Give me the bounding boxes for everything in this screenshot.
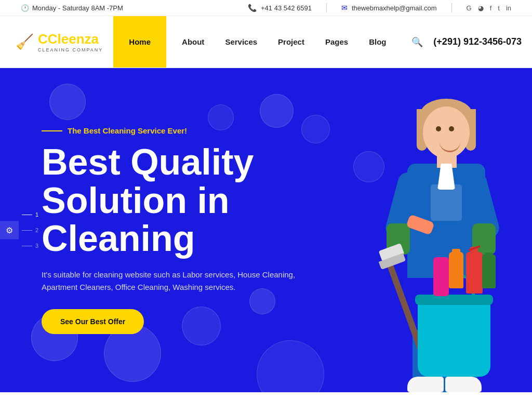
bubble-1 xyxy=(49,84,86,120)
hero-title-line2: Solution in Cleaning xyxy=(42,180,230,259)
gear-sidebar[interactable]: ⚙ xyxy=(0,221,19,240)
nav-services[interactable]: Services xyxy=(215,16,268,68)
hero-tagline: The Best Cleaning Service Ever! xyxy=(42,126,353,135)
tagline-line xyxy=(42,130,62,131)
tagline-text: The Best Cleaning Service Ever! xyxy=(68,126,187,135)
social-icons: G ◕ f t in xyxy=(467,4,512,12)
facebook-icon[interactable]: f xyxy=(490,4,492,12)
logo-sub: CLEANING COMPANY xyxy=(38,47,103,52)
separator-2 xyxy=(451,3,452,12)
slide-indicators: 1 2 3 xyxy=(22,211,38,249)
top-bar: 🕐 Monday - Saturday 8AM -7PM 📞 +41 43 54… xyxy=(0,0,532,16)
navbar: 🧹 CCleenza CLEANING COMPANY Home About S… xyxy=(0,16,532,68)
clock-icon: 🕐 xyxy=(21,4,29,12)
top-bar-contacts: 📞 +41 43 542 6591 ✉ thewebmaxhelp@gmail.… xyxy=(248,3,511,12)
twitter-icon[interactable]: t xyxy=(498,4,500,12)
phone-icon: 📞 xyxy=(248,4,257,12)
separator xyxy=(326,3,327,12)
top-bar-hours: 🕐 Monday - Saturday 8AM -7PM xyxy=(21,4,123,12)
hero-title: Best Quality Solution in Cleaning xyxy=(42,143,353,258)
nav-phone: (+291) 912-3456-073 xyxy=(433,36,522,47)
logo-icon: 🧹 xyxy=(16,33,34,50)
nav-pages[interactable]: Pages xyxy=(315,16,358,68)
nav-links: About Services Project Pages Blog xyxy=(166,16,411,68)
indicator-line-3 xyxy=(22,246,32,246)
logo-text: CCleenza CLEANING COMPANY xyxy=(38,31,103,52)
nav-about[interactable]: About xyxy=(171,16,215,68)
linkedin-icon[interactable]: in xyxy=(506,4,511,12)
indicator-line xyxy=(22,215,32,215)
nav-project[interactable]: Project xyxy=(268,16,315,68)
slide-indicator-2[interactable]: 2 xyxy=(22,227,38,233)
email-contact[interactable]: ✉ thewebmaxhelp@gmail.com xyxy=(341,4,437,12)
nav-right: 🔍 (+291) 912-3456-073 xyxy=(411,16,522,68)
hero-description: It's suitable for cleaning website such … xyxy=(42,269,322,294)
slide-indicator-3[interactable]: 3 xyxy=(22,243,38,249)
gear-icon: ⚙ xyxy=(6,225,13,235)
logo[interactable]: 🧹 CCleenza CLEANING COMPANY xyxy=(5,16,113,68)
hero-content: The Best Cleaning Service Ever! Best Qua… xyxy=(0,126,353,334)
hero-image xyxy=(340,68,532,392)
slide-indicator-1[interactable]: 1 xyxy=(22,211,38,218)
indicator-line-2 xyxy=(22,230,32,231)
bubble-9 xyxy=(257,340,324,392)
cta-button[interactable]: See Our Best Offer xyxy=(42,309,144,334)
rss-icon[interactable]: ◕ xyxy=(478,4,484,12)
google-icon[interactable]: G xyxy=(467,4,472,12)
nav-home-link[interactable]: Home xyxy=(113,16,166,68)
hero-section: ⚙ 1 2 3 The Best Cleaning Service Ever! … xyxy=(0,68,532,392)
hero-title-line1: Best Quality xyxy=(42,142,254,182)
nav-blog[interactable]: Blog xyxy=(358,16,396,68)
phone-contact[interactable]: 📞 +41 43 542 6591 xyxy=(248,4,312,12)
email-icon: ✉ xyxy=(341,4,348,12)
logo-brand: CCleenza xyxy=(38,31,103,47)
search-button[interactable]: 🔍 xyxy=(411,36,423,48)
bubble-3 xyxy=(260,94,294,128)
